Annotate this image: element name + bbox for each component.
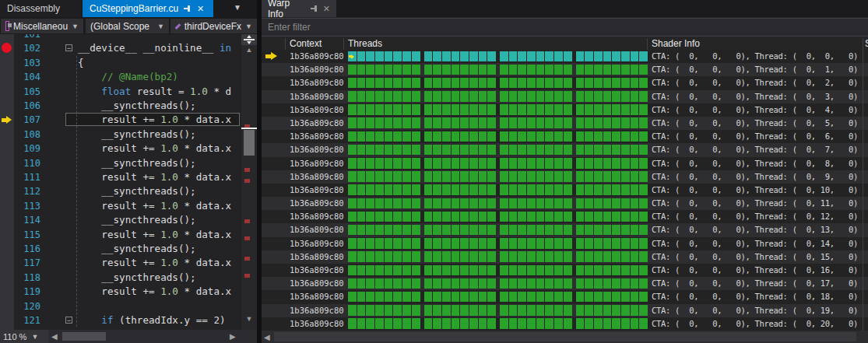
thread-cell[interactable]: [469, 292, 478, 303]
code-line[interactable]: 112 __syncthreads();: [0, 184, 241, 198]
thread-cell[interactable]: [527, 65, 536, 75]
thread-cell[interactable]: [576, 265, 585, 276]
thread-cell[interactable]: [621, 198, 630, 209]
thread-cell[interactable]: [479, 265, 487, 276]
zoom-level-dropdown[interactable]: 110 % ▼: [0, 330, 48, 343]
thread-cell[interactable]: [433, 318, 441, 329]
thread-cell[interactable]: [536, 51, 545, 62]
scope-dropdown[interactable]: (Global Scope ▼: [86, 19, 169, 33]
thread-cell[interactable]: [554, 318, 563, 329]
thread-cell[interactable]: [612, 225, 620, 236]
thread-cell[interactable]: [393, 51, 402, 62]
thread-cell[interactable]: [594, 278, 603, 289]
thread-cell[interactable]: [527, 117, 536, 128]
thread-cell[interactable]: [639, 145, 648, 156]
thread-cell[interactable]: [594, 145, 603, 156]
thread-cell[interactable]: [576, 158, 585, 169]
thread-cell[interactable]: [527, 318, 536, 329]
thread-cell[interactable]: [393, 318, 402, 329]
thread-cell[interactable]: [348, 171, 357, 182]
pin-icon[interactable]: [184, 5, 192, 12]
thread-cell[interactable]: [612, 305, 620, 316]
thread-cell[interactable]: [357, 78, 366, 89]
thread-cell[interactable]: [554, 305, 563, 316]
thread-cell[interactable]: [442, 104, 451, 115]
fold-marker[interactable]: −: [65, 317, 72, 324]
fold-marker[interactable]: −: [65, 44, 72, 51]
thread-cell[interactable]: [536, 251, 545, 262]
thread-cell[interactable]: [564, 65, 572, 75]
thread-cell[interactable]: [479, 251, 487, 262]
thread-cell[interactable]: [545, 318, 553, 329]
thread-cell[interactable]: [424, 104, 433, 115]
thread-cell[interactable]: [393, 292, 402, 303]
thread-cell[interactable]: [639, 318, 648, 329]
warp-row[interactable]: 1b36a809c80CTA: ( 0, 0, 0), Thread: ( 0,…: [262, 50, 868, 63]
thread-cell[interactable]: [527, 158, 536, 169]
thread-cell[interactable]: [585, 51, 593, 62]
thread-cell[interactable]: [348, 292, 357, 303]
thread-cell[interactable]: [469, 171, 478, 182]
thread-cell[interactable]: [479, 91, 487, 102]
thread-cell[interactable]: [442, 91, 451, 102]
thread-cell[interactable]: [554, 225, 563, 236]
thread-cell[interactable]: [518, 145, 526, 156]
thread-cell[interactable]: [412, 251, 420, 262]
thread-cell[interactable]: [424, 51, 433, 62]
thread-cell[interactable]: [564, 238, 572, 249]
thread-cell[interactable]: [385, 65, 393, 75]
thread-cell[interactable]: [402, 184, 411, 195]
thread-cell[interactable]: [442, 251, 451, 262]
thread-cell[interactable]: [479, 131, 487, 142]
thread-cell[interactable]: [442, 78, 451, 89]
thread-cell[interactable]: [639, 184, 648, 195]
thread-cell[interactable]: [469, 117, 478, 128]
thread-cell[interactable]: [621, 65, 630, 75]
thread-cell[interactable]: [357, 51, 366, 62]
thread-cell[interactable]: [393, 265, 402, 276]
thread-cell[interactable]: [479, 104, 487, 115]
scroll-left-icon[interactable]: ◀: [264, 331, 270, 343]
thread-cell[interactable]: [545, 292, 553, 303]
thread-cell[interactable]: [585, 278, 593, 289]
thread-cell[interactable]: [366, 51, 374, 62]
thread-cell[interactable]: [585, 158, 593, 169]
warp-row[interactable]: 1b36a809c80CTA: ( 0, 0, 0), Thread: ( 0,…: [262, 250, 868, 264]
thread-cell[interactable]: [460, 145, 469, 156]
thread-cell[interactable]: [412, 265, 420, 276]
thread-cell[interactable]: [585, 292, 593, 303]
thread-cell[interactable]: [631, 171, 639, 182]
thread-cell[interactable]: [509, 171, 518, 182]
thread-cell[interactable]: [518, 78, 526, 89]
thread-cell[interactable]: [509, 91, 518, 102]
thread-cell[interactable]: [518, 131, 526, 142]
thread-cell[interactable]: [603, 91, 612, 102]
thread-cell[interactable]: [385, 158, 393, 169]
thread-cell[interactable]: [433, 117, 441, 128]
thread-cell[interactable]: [357, 318, 366, 329]
thread-cell[interactable]: [487, 104, 496, 115]
thread-cell[interactable]: [469, 225, 478, 236]
thread-cell[interactable]: [527, 171, 536, 182]
thread-cell[interactable]: [612, 104, 620, 115]
thread-cell[interactable]: [469, 51, 478, 62]
thread-cell[interactable]: [500, 78, 508, 89]
thread-cell[interactable]: [564, 145, 572, 156]
thread-cell[interactable]: [424, 292, 433, 303]
thread-cell[interactable]: [545, 91, 553, 102]
thread-cell[interactable]: [375, 184, 384, 195]
code-line[interactable]: 119 result += 1.0 * data.x: [0, 285, 241, 299]
thread-cell[interactable]: [585, 78, 593, 89]
thread-cell[interactable]: [509, 225, 518, 236]
thread-cell[interactable]: [631, 104, 639, 115]
thread-cell[interactable]: [621, 318, 630, 329]
thread-cell[interactable]: [357, 265, 366, 276]
thread-cell[interactable]: [545, 305, 553, 316]
thread-cell[interactable]: [509, 212, 518, 222]
thread-cell[interactable]: [357, 145, 366, 156]
thread-cell[interactable]: [357, 225, 366, 236]
thread-cell[interactable]: [385, 78, 393, 89]
thread-cell[interactable]: [500, 65, 508, 75]
thread-cell[interactable]: [433, 265, 441, 276]
thread-cell[interactable]: [357, 131, 366, 142]
